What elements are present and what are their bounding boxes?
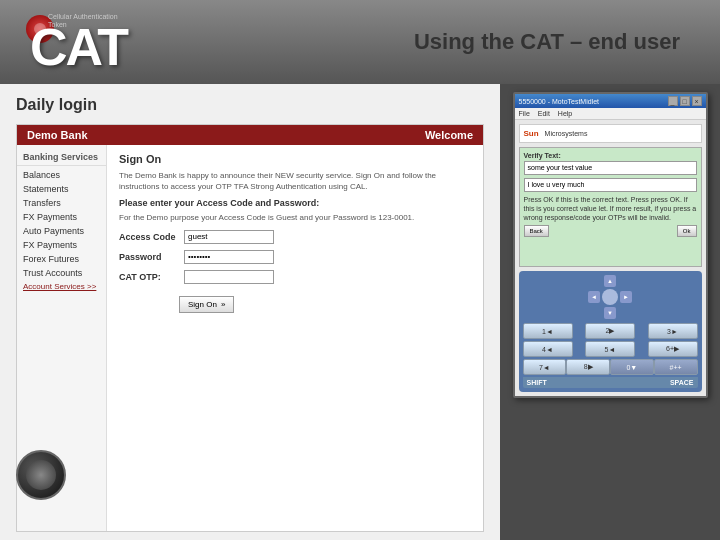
sun-logo: Sun [524, 129, 539, 138]
bank-panel: Demo Bank Welcome Banking Services Balan… [16, 124, 484, 532]
password-row: Password [119, 250, 471, 264]
phone-keypad: ▲ ▼ ◄ ► 1◄ 2▶ 3► 4◄ 5◄ [519, 271, 702, 392]
sign-on-button[interactable]: Sign On » [179, 296, 234, 313]
cat-logo-image: Cellular Authentication Token CAT [20, 7, 120, 77]
demo-note: For the Demo purpose your Access Code is… [119, 212, 471, 223]
page-title: Using the CAT – end user [414, 29, 680, 55]
nav-cross-container: ▲ ▼ ◄ ► [588, 275, 632, 319]
menu-help[interactable]: Help [558, 110, 572, 117]
menu-edit[interactable]: Edit [538, 110, 550, 117]
cat-logo: Cellular Authentication Token CAT [20, 7, 120, 77]
nav-right-button[interactable]: ► [620, 291, 632, 303]
nav-cross: ▲ ▼ ◄ ► [523, 275, 698, 319]
verify-label: Verify Text: [524, 152, 697, 159]
phone-response-value[interactable]: I love u very much [524, 178, 697, 192]
nav-item-transfers[interactable]: Transfers [17, 196, 106, 210]
header: Cellular Authentication Token CAT Using … [0, 0, 720, 84]
key-3[interactable]: 3► [648, 323, 698, 339]
sun-logo-area: Sun Microsystems [519, 124, 702, 143]
nav-left-button[interactable]: ◄ [588, 291, 600, 303]
nav-item-statements[interactable]: Statements [17, 182, 106, 196]
key-6[interactable]: 6+▶ [648, 341, 698, 357]
key-hash[interactable]: #++ [654, 359, 698, 375]
bank-body: Banking Services Balances Statements Tra… [17, 145, 483, 531]
key-1[interactable]: 1◄ [523, 323, 573, 339]
phone-bottom-bar: SHIFT SPACE [523, 377, 698, 388]
bank-welcome: Welcome [425, 129, 473, 141]
access-code-label: Access Code [119, 232, 184, 242]
main-content: Daily login Demo Bank Welcome Banking Se… [0, 84, 720, 540]
nav-up-button[interactable]: ▲ [604, 275, 616, 287]
nav-center-button[interactable] [602, 289, 618, 305]
bottom-logo [16, 450, 76, 510]
phone-titlebar: 5550000 - MotoTestMidlet _ □ × [515, 94, 706, 108]
phone-action-buttons: Back Ok [524, 225, 697, 237]
cat-otp-label: CAT OTP: [119, 272, 184, 282]
phone-body: Sun Microsystems Verify Text: some your … [515, 120, 706, 396]
keypad-row-3: 7◄ 8▶ 0▼ #++ [523, 359, 698, 375]
nav-item-fx-payments2[interactable]: FX Payments [17, 238, 106, 252]
bank-nav-title: Banking Services [17, 149, 106, 166]
back-button[interactable]: Back [524, 225, 549, 237]
key-2[interactable]: 2▶ [585, 323, 635, 339]
access-code-row: Access Code [119, 230, 471, 244]
sign-on-description: The Demo Bank is happy to announce their… [119, 170, 471, 192]
key-4[interactable]: 4◄ [523, 341, 573, 357]
keypad-row-1: 1◄ 2▶ 3► [523, 323, 698, 339]
sign-on-title: Sign On [119, 153, 471, 165]
phone-window-title: 5550000 - MotoTestMidlet [519, 98, 600, 105]
keypad-row-2: 4◄ 5◄ 6+▶ [523, 341, 698, 357]
nav-item-forex[interactable]: Forex Futures [17, 252, 106, 266]
key-0[interactable]: 0▼ [610, 359, 654, 375]
key-7[interactable]: 7◄ [523, 359, 567, 375]
space-label: SPACE [670, 379, 694, 386]
bottom-logo-circle [16, 450, 66, 500]
password-input[interactable] [184, 250, 274, 264]
left-panel: Daily login Demo Bank Welcome Banking Se… [0, 84, 500, 540]
right-panel-phone: 5550000 - MotoTestMidlet _ □ × File Edit… [500, 84, 720, 540]
bank-content: Sign On The Demo Bank is happy to announ… [107, 145, 483, 531]
minimize-button[interactable]: _ [668, 96, 678, 106]
cat-letters: CAT [30, 21, 127, 73]
access-code-input[interactable] [184, 230, 274, 244]
close-button[interactable]: × [692, 96, 702, 106]
cat-otp-input[interactable] [184, 270, 274, 284]
please-enter-label: Please enter your Access Code and Passwo… [119, 198, 471, 208]
phone-titlebar-buttons: _ □ × [668, 96, 702, 106]
bottom-logo-inner [26, 460, 56, 490]
phone-screen: Verify Text: some your test value I love… [519, 147, 702, 267]
microsystems-text: Microsystems [545, 130, 588, 137]
nav-item-auto-payments[interactable]: Auto Payments [17, 224, 106, 238]
bank-name: Demo Bank [27, 129, 88, 141]
password-label: Password [119, 252, 184, 262]
phone-menubar: File Edit Help [515, 108, 706, 120]
shift-label: SHIFT [527, 379, 547, 386]
nav-down-button[interactable]: ▼ [604, 307, 616, 319]
nav-account-services[interactable]: Account Services >> [17, 280, 106, 293]
cat-otp-row: CAT OTP: [119, 270, 471, 284]
key-5[interactable]: 5◄ [585, 341, 635, 357]
phone-window: 5550000 - MotoTestMidlet _ □ × File Edit… [513, 92, 708, 398]
nav-item-fx-payments[interactable]: FX Payments [17, 210, 106, 224]
ok-button[interactable]: Ok [677, 225, 697, 237]
nav-item-balances[interactable]: Balances [17, 168, 106, 182]
phone-input-value[interactable]: some your test value [524, 161, 697, 175]
menu-file[interactable]: File [519, 110, 530, 117]
bank-header: Demo Bank Welcome [17, 125, 483, 145]
key-8[interactable]: 8▶ [566, 359, 610, 375]
nav-item-trust[interactable]: Trust Accounts [17, 266, 106, 280]
daily-login-heading: Daily login [16, 96, 484, 114]
phone-confirm-text: Press OK if this is the correct text. Pr… [524, 195, 697, 222]
restore-button[interactable]: □ [680, 96, 690, 106]
